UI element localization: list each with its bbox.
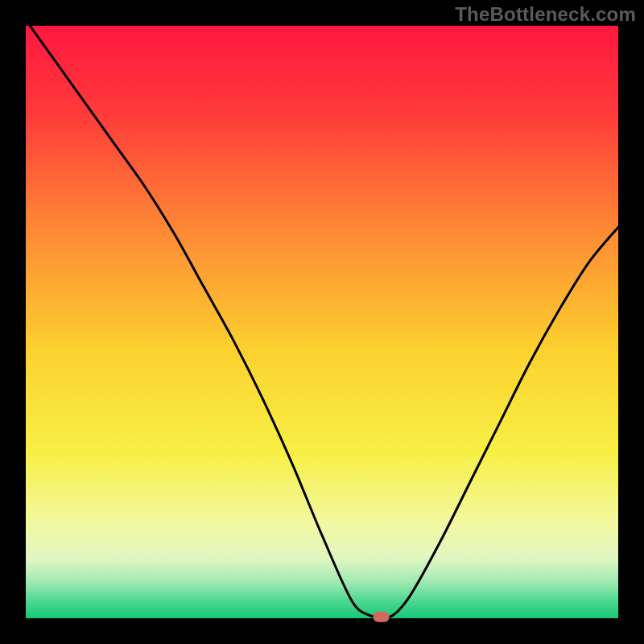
plot-background [26,26,618,618]
bottleneck-chart [0,0,644,644]
optimal-point-marker [374,612,390,622]
watermark: TheBottleneck.com [455,3,636,26]
chart-frame: TheBottleneck.com [0,0,644,644]
